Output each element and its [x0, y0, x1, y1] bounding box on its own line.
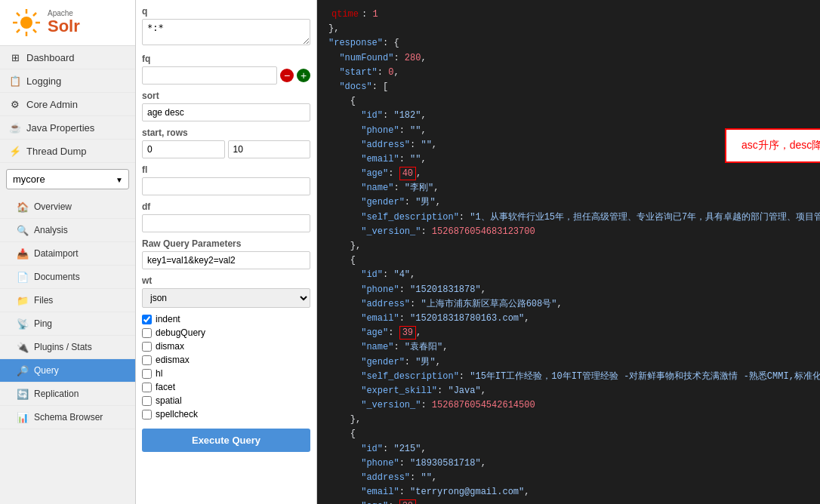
- overview-icon: 🏠: [17, 201, 29, 213]
- core-selector[interactable]: mycore: [6, 169, 129, 189]
- logo-area: Apache Solr: [0, 0, 135, 46]
- debug-query-checkbox-item: debugQuery: [142, 327, 310, 338]
- sidebar-item-query[interactable]: 🔎 Query: [0, 359, 135, 383]
- sidebar-item-plugins-stats[interactable]: 🔌 Plugins / Stats: [0, 336, 135, 359]
- execute-query-button[interactable]: Execute Query: [142, 429, 310, 452]
- files-icon: 📁: [17, 294, 29, 306]
- sidebar-item-overview[interactable]: 🏠 Overview: [0, 195, 135, 219]
- dashboard-icon: ⊞: [9, 51, 21, 63]
- fq-input[interactable]: [142, 66, 277, 85]
- hl-label[interactable]: hl: [156, 368, 162, 379]
- sort-label: sort: [142, 91, 310, 101]
- hl-checkbox[interactable]: [142, 369, 152, 379]
- raw-query-group: Raw Query Parameters: [142, 238, 310, 269]
- df-input[interactable]: [142, 214, 310, 232]
- raw-query-label: Raw Query Parameters: [142, 238, 310, 249]
- core-admin-icon: ⚙: [9, 98, 21, 110]
- dataimport-icon: 📥: [17, 247, 29, 260]
- sidebar-item-files[interactable]: 📁 Files: [0, 289, 135, 312]
- nav-item-core-admin[interactable]: ⚙ Core Admin: [0, 93, 135, 116]
- core-select-dropdown[interactable]: mycore: [6, 169, 129, 189]
- sort-group: sort: [142, 91, 310, 121]
- rows-input[interactable]: [228, 140, 311, 158]
- results-panel[interactable]: asc升序，desc降序 qtime: 1 }, "response": { "…: [317, 0, 820, 504]
- replication-icon: 🔄: [17, 388, 29, 400]
- edismax-checkbox[interactable]: [142, 355, 152, 365]
- spellcheck-label[interactable]: spellcheck: [156, 409, 198, 419]
- schema-browser-icon: 📊: [17, 411, 29, 423]
- sort-tooltip: asc升序，desc降序: [725, 128, 820, 163]
- start-input[interactable]: [142, 140, 225, 158]
- nav-label-thread-dump: Thread Dump: [26, 146, 86, 157]
- indent-label[interactable]: indent: [156, 314, 180, 324]
- svg-point-0: [20, 17, 32, 29]
- plugins-icon: 🔌: [17, 341, 29, 353]
- edismax-label[interactable]: edismax: [156, 355, 190, 365]
- wt-select[interactable]: json xml csv python ruby: [142, 288, 310, 308]
- indent-checkbox[interactable]: [142, 315, 152, 324]
- json-output: qtime: 1 }, "response": { "numFound": 28…: [328, 8, 809, 504]
- dismax-label[interactable]: dismax: [156, 341, 184, 352]
- fl-label: fl: [142, 164, 310, 175]
- nav-item-logging[interactable]: 📋 Logging: [0, 69, 135, 93]
- svg-line-7: [33, 13, 36, 16]
- nav-item-dashboard[interactable]: ⊞ Dashboard: [0, 46, 135, 69]
- svg-line-8: [17, 29, 20, 32]
- query-icon: 🔎: [17, 364, 29, 376]
- main-content: q *:* fq − + sort start, rows fl: [136, 0, 820, 504]
- fl-group: fl: [142, 164, 310, 195]
- dismax-checkbox-item: dismax: [142, 341, 310, 352]
- nav-label-core-admin: Core Admin: [26, 99, 78, 110]
- facet-label[interactable]: facet: [156, 382, 175, 392]
- edismax-checkbox-item: edismax: [142, 355, 310, 365]
- fq-remove-button[interactable]: −: [280, 69, 294, 82]
- thread-dump-icon: ⚡: [9, 145, 21, 157]
- svg-line-5: [17, 13, 20, 16]
- start-rows-group: start, rows: [142, 128, 310, 158]
- wt-label: wt: [142, 275, 310, 286]
- sub-nav: 🏠 Overview 🔍 Analysis 📥 Dataimport 📄 Doc…: [0, 195, 135, 429]
- nav-item-thread-dump[interactable]: ⚡ Thread Dump: [0, 140, 135, 163]
- logging-icon: 📋: [9, 75, 21, 87]
- spatial-checkbox[interactable]: [142, 396, 152, 406]
- debug-query-checkbox[interactable]: [142, 328, 152, 338]
- nav-item-java-properties[interactable]: ☕ Java Properties: [0, 116, 135, 140]
- df-group: df: [142, 201, 310, 232]
- fq-row: − +: [142, 66, 310, 85]
- sidebar-item-documents[interactable]: 📄 Documents: [0, 266, 135, 289]
- hl-checkbox-item: hl: [142, 368, 310, 379]
- ping-icon: 📡: [17, 318, 29, 330]
- wt-row: json xml csv python ruby: [142, 288, 310, 308]
- sidebar-item-ping[interactable]: 📡 Ping: [0, 312, 135, 336]
- facet-checkbox[interactable]: [142, 383, 152, 392]
- wt-group: wt json xml csv python ruby: [142, 275, 310, 308]
- sidebar-item-dataimport[interactable]: 📥 Dataimport: [0, 242, 135, 266]
- sidebar-item-replication[interactable]: 🔄 Replication: [0, 383, 135, 406]
- solr-logo-text: Apache Solr: [48, 9, 80, 35]
- raw-query-input[interactable]: [142, 251, 310, 269]
- query-panel: q *:* fq − + sort start, rows fl: [136, 0, 317, 504]
- facet-checkbox-item: facet: [142, 382, 310, 392]
- nav-label-dashboard: Dashboard: [26, 52, 75, 63]
- indent-checkbox-item: indent: [142, 314, 310, 324]
- fl-input[interactable]: [142, 177, 310, 195]
- tooltip-text: asc升序，desc降序: [741, 139, 820, 151]
- spatial-label[interactable]: spatial: [156, 395, 182, 406]
- q-input[interactable]: *:*: [142, 19, 310, 45]
- q-group: q *:*: [142, 6, 310, 48]
- svg-line-6: [33, 29, 36, 32]
- fq-add-button[interactable]: +: [297, 69, 310, 82]
- nav-label-logging: Logging: [26, 75, 61, 87]
- sidebar: Apache Solr ⊞ Dashboard 📋 Logging ⚙ Core…: [0, 0, 136, 504]
- sort-input[interactable]: [142, 103, 310, 121]
- documents-icon: 📄: [17, 271, 29, 283]
- java-properties-icon: ☕: [9, 121, 21, 134]
- dismax-checkbox[interactable]: [142, 342, 152, 352]
- spellcheck-checkbox[interactable]: [142, 410, 152, 419]
- fq-label: fq: [142, 54, 310, 64]
- sidebar-item-schema-browser[interactable]: 📊 Schema Browser: [0, 406, 135, 429]
- spellcheck-checkbox-item: spellcheck: [142, 409, 310, 419]
- sidebar-item-analysis[interactable]: 🔍 Analysis: [0, 219, 135, 242]
- start-rows-inputs: [142, 140, 310, 158]
- debug-query-label[interactable]: debugQuery: [156, 327, 205, 338]
